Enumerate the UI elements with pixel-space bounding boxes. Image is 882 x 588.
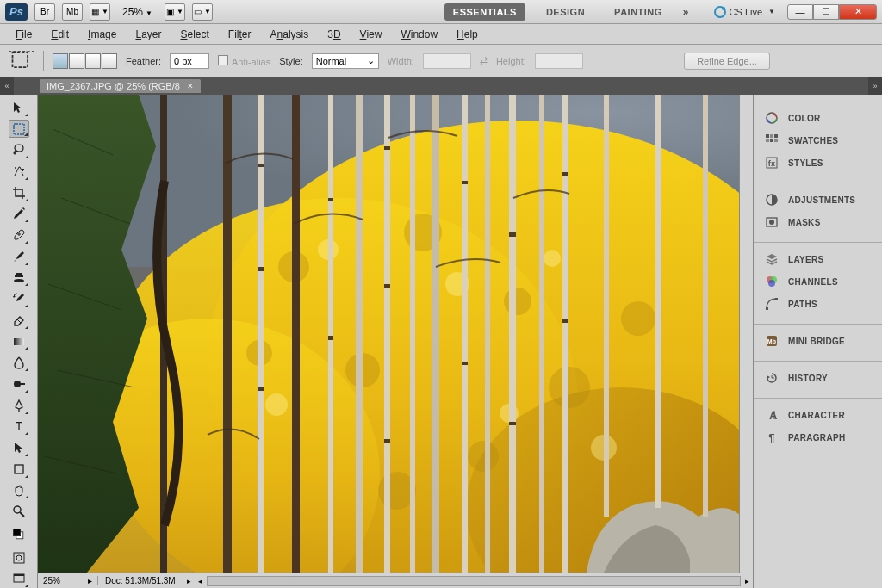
menu-edit[interactable]: Edit <box>42 25 78 44</box>
refine-edge-button[interactable]: Refine Edge... <box>684 53 770 70</box>
styles-icon: fx <box>764 156 780 170</box>
color-swatch-tool[interactable] <box>9 523 29 546</box>
panel-channels[interactable]: CHANNELS <box>754 270 882 293</box>
bridge-button[interactable]: Br <box>34 3 55 21</box>
panel-layers[interactable]: LAYERS <box>754 248 882 270</box>
workspace-painting[interactable]: PAINTING <box>606 3 671 21</box>
menu-view[interactable]: View <box>351 25 391 44</box>
tool-preset-picker[interactable] <box>9 51 34 71</box>
panel-swatches[interactable]: SWATCHES <box>754 129 882 152</box>
cs-live-button[interactable]: CS Live▼ <box>705 6 775 18</box>
vertical-scrollbar[interactable] <box>739 95 753 573</box>
options-bar: Feather: Anti-alias Style: Normal⌄ Width… <box>0 45 882 77</box>
intersect-selection-button[interactable] <box>102 53 117 69</box>
menu-3d[interactable]: 3D <box>319 25 349 44</box>
menu-select[interactable]: Select <box>171 25 217 44</box>
svg-rect-49 <box>410 95 415 573</box>
zoom-level-display[interactable]: 25%▼ <box>117 6 158 18</box>
crop-tool[interactable] <box>9 183 29 202</box>
color-icon <box>764 111 780 125</box>
document-canvas[interactable] <box>38 95 739 573</box>
svg-point-87 <box>768 280 775 287</box>
adjustments-icon <box>764 193 780 207</box>
svg-point-2 <box>15 167 16 169</box>
style-select[interactable]: Normal⌄ <box>312 53 379 69</box>
panel-paragraph[interactable]: ¶PARAGRAPH <box>754 426 882 449</box>
mini-bridge-button[interactable]: Mb <box>62 3 83 21</box>
menu-filter[interactable]: Filter <box>220 25 260 44</box>
horizontal-scrollbar[interactable]: ◂ ▸ <box>195 576 753 586</box>
svg-rect-74 <box>766 134 769 138</box>
svg-rect-13 <box>14 553 24 563</box>
document-tab[interactable]: IMG_2367.JPG @ 25% (RGB/8 ✕ <box>40 79 201 93</box>
new-selection-button[interactable] <box>53 53 68 69</box>
zoom-tool[interactable] <box>9 502 29 521</box>
svg-rect-54 <box>539 95 544 573</box>
menu-help[interactable]: Help <box>448 25 487 44</box>
antialias-checkbox-wrap: Anti-alias <box>218 55 270 67</box>
brush-tool[interactable] <box>9 247 29 266</box>
svg-text:fx: fx <box>768 159 776 168</box>
quick-selection-tool[interactable] <box>9 162 29 181</box>
workspace-switcher: ESSENTIALS DESIGN PAINTING » <box>436 3 698 21</box>
panel-styles[interactable]: fxSTYLES <box>754 152 882 174</box>
document-tab-close[interactable]: ✕ <box>187 82 194 90</box>
eyedropper-tool[interactable] <box>9 205 29 224</box>
menu-layer[interactable]: Layer <box>127 25 170 44</box>
svg-rect-46 <box>328 95 333 573</box>
subtract-selection-button[interactable] <box>85 53 101 69</box>
panel-history[interactable]: HISTORY <box>754 367 882 389</box>
menu-window[interactable]: Window <box>392 25 446 44</box>
history-brush-tool[interactable] <box>9 289 29 308</box>
menu-analysis[interactable]: Analysis <box>262 25 318 44</box>
menu-file[interactable]: File <box>7 25 40 44</box>
quick-mask-toggle[interactable] <box>9 548 29 567</box>
svg-rect-43 <box>223 95 232 573</box>
lasso-tool[interactable] <box>9 140 29 159</box>
panel-masks[interactable]: MASKS <box>754 211 882 233</box>
panel-color[interactable]: COLOR <box>754 107 882 129</box>
maximize-button[interactable]: ☐ <box>813 4 839 20</box>
swatches-icon <box>764 133 780 147</box>
marquee-tool[interactable] <box>9 120 29 139</box>
screen-mode-tool[interactable] <box>9 569 29 588</box>
panel-adjustments[interactable]: ADJUSTMENTS <box>754 189 882 211</box>
view-extras-button[interactable]: ▦▼ <box>90 3 110 21</box>
panels-collapse-toggle[interactable]: » <box>868 77 882 95</box>
pen-tool[interactable] <box>9 396 29 415</box>
dodge-tool[interactable] <box>9 374 29 393</box>
workspace-essentials[interactable]: ESSENTIALS <box>444 3 525 21</box>
svg-rect-51 <box>462 95 468 573</box>
type-tool[interactable]: T <box>9 418 29 436</box>
move-tool[interactable] <box>9 98 29 117</box>
clone-stamp-tool[interactable] <box>9 269 29 288</box>
panel-mini-bridge[interactable]: MbMINI BRIDGE <box>754 330 882 352</box>
panel-paths[interactable]: PATHS <box>754 293 882 315</box>
tools-collapse-toggle[interactable]: « <box>0 77 14 95</box>
feather-input[interactable] <box>170 53 209 69</box>
svg-text:Mb: Mb <box>767 338 777 344</box>
add-selection-button[interactable] <box>69 53 84 69</box>
antialias-checkbox[interactable] <box>218 55 228 65</box>
blur-tool[interactable] <box>9 353 29 372</box>
workspace-design[interactable]: DESIGN <box>537 3 593 21</box>
minimize-button[interactable]: — <box>787 4 813 20</box>
svg-rect-68 <box>462 362 468 365</box>
svg-rect-72 <box>562 319 568 323</box>
svg-rect-67 <box>462 181 468 184</box>
eraser-tool[interactable] <box>9 311 29 330</box>
arrange-documents-button[interactable]: ▣▼ <box>165 3 185 21</box>
path-selection-tool[interactable] <box>9 438 29 457</box>
status-doc-info[interactable]: Doc: 51.3M/51.3M <box>98 576 183 585</box>
gradient-tool[interactable] <box>9 332 29 351</box>
more-workspaces-button[interactable]: » <box>683 6 689 18</box>
healing-brush-tool[interactable] <box>9 226 29 244</box>
menu-image[interactable]: Image <box>79 25 125 44</box>
svg-rect-78 <box>770 139 773 142</box>
hand-tool[interactable] <box>9 481 29 500</box>
status-zoom-field[interactable]: 25%▸ <box>38 576 98 585</box>
screen-mode-button[interactable]: ▭▼ <box>192 3 213 21</box>
close-button[interactable]: ✕ <box>839 4 877 20</box>
panel-character[interactable]: ACHARACTER <box>754 404 882 426</box>
shape-tool[interactable] <box>9 460 29 479</box>
